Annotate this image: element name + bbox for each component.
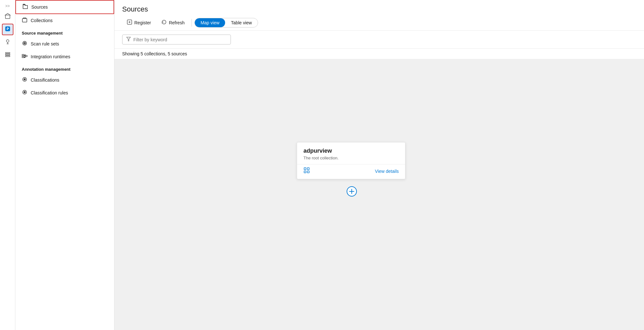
register-button[interactable]: Register [122, 17, 155, 28]
view-details-button[interactable]: View details [375, 169, 399, 174]
sidebar-item-collections[interactable]: Collections [15, 14, 114, 27]
table-view-button[interactable]: Table view [225, 18, 257, 27]
node-card-title: adpurview [303, 148, 399, 154]
sidebar-sources-label: Sources [31, 4, 48, 10]
sources-icon [22, 4, 28, 11]
classifications-icon [22, 76, 27, 84]
annotation-management-header: Annotation management [15, 63, 114, 74]
showing-text: Showing 5 collections, 5 sources [114, 49, 644, 59]
svg-rect-6 [22, 19, 27, 22]
rail-manage-btn[interactable] [2, 49, 13, 61]
icon-rail: >> [0, 0, 15, 330]
node-card-subtitle: The root collection. [303, 156, 399, 160]
sidebar-item-scan-rule-sets[interactable]: Scan rule sets [15, 37, 114, 50]
source-management-header: Source management [15, 27, 114, 37]
sidebar-item-sources[interactable]: Sources [15, 0, 114, 14]
main-content: Sources Register [114, 0, 644, 330]
view-toggle: Map view Table view [194, 18, 258, 28]
sidebar-collections-label: Collections [31, 18, 52, 23]
svg-rect-4 [5, 54, 10, 55]
node-card-body: adpurview The root collection. [297, 142, 405, 164]
rail-home-btn[interactable] [2, 11, 13, 22]
svg-rect-0 [5, 15, 10, 19]
filter-input[interactable] [133, 37, 227, 42]
register-icon [127, 19, 132, 26]
toolbar: Register Refresh Map view Table view [122, 17, 636, 30]
svg-rect-21 [304, 171, 306, 173]
refresh-button[interactable]: Refresh [157, 17, 189, 28]
sidebar-item-classification-rules[interactable]: Classification rules [15, 86, 114, 99]
filter-input-wrap [122, 35, 231, 44]
integration-runtimes-icon [22, 53, 27, 60]
sidebar-item-integration-runtimes[interactable]: Integration runtimes [15, 50, 114, 63]
svg-rect-5 [5, 56, 10, 57]
refresh-icon [161, 19, 167, 26]
svg-rect-11 [22, 56, 24, 58]
svg-rect-3 [5, 52, 10, 53]
toolbar-separator [192, 19, 192, 27]
refresh-label: Refresh [169, 20, 185, 25]
svg-point-9 [24, 43, 25, 44]
svg-rect-19 [304, 168, 306, 170]
rail-insights-btn[interactable] [2, 36, 13, 48]
svg-rect-20 [307, 168, 309, 170]
collections-icon [22, 17, 27, 24]
expand-collapse-btn[interactable]: >> [4, 3, 11, 10]
register-label: Register [134, 20, 151, 25]
svg-point-2 [6, 40, 9, 42]
rail-sources-btn[interactable] [2, 24, 13, 35]
sidebar-item-classifications[interactable]: Classifications [15, 74, 114, 86]
filter-icon [126, 37, 131, 42]
map-area[interactable]: adpurview The root collection. View deta… [114, 59, 644, 330]
sidebar-scan-rule-sets-label: Scan rule sets [31, 41, 59, 46]
node-grid-icon [303, 167, 310, 175]
svg-rect-12 [25, 55, 27, 57]
main-header: Sources Register [114, 0, 644, 31]
svg-rect-10 [22, 54, 24, 56]
sidebar-classifications-label: Classifications [31, 77, 59, 83]
scan-rule-sets-icon [22, 40, 27, 47]
add-child-button[interactable] [347, 186, 357, 197]
manage-icon [4, 51, 11, 59]
node-card-footer: View details [297, 164, 405, 179]
page-title: Sources [122, 5, 636, 13]
svg-rect-22 [307, 171, 309, 173]
sidebar-integration-runtimes-label: Integration runtimes [31, 54, 70, 59]
svg-marker-18 [127, 37, 130, 41]
sidebar: Sources Collections Source management Sc… [15, 0, 114, 330]
sources-nav-icon [4, 26, 11, 34]
sidebar-classification-rules-label: Classification rules [31, 90, 68, 95]
classification-rules-icon [22, 89, 27, 96]
insights-icon [4, 38, 11, 46]
home-icon [4, 13, 11, 21]
filter-bar [114, 31, 644, 49]
map-view-button[interactable]: Map view [195, 18, 225, 27]
node-card: adpurview The root collection. View deta… [297, 142, 405, 179]
